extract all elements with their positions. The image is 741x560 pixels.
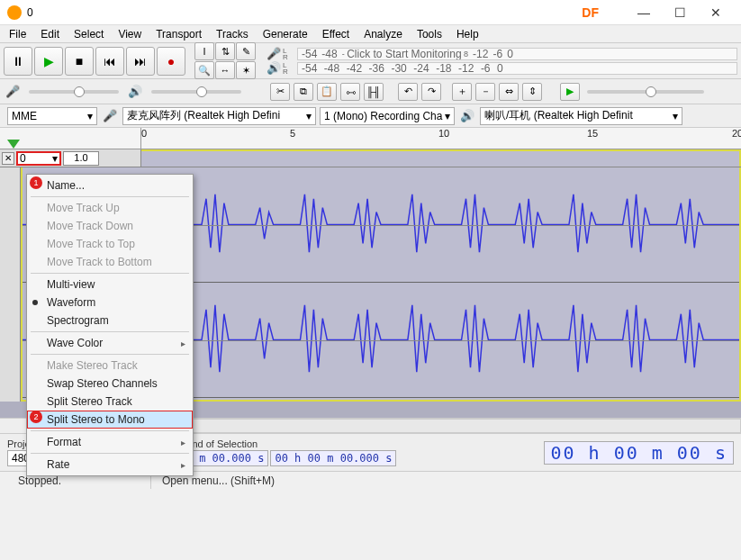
window-title: 0 — [27, 6, 582, 19]
recording-meter[interactable]: -54 -48 - Click to Start Monitoring 8 -1… — [297, 48, 737, 60]
menu-analyze[interactable]: Analyze — [358, 26, 408, 42]
zoom-tool[interactable]: 🔍 — [194, 61, 214, 79]
multi-tool[interactable]: ✶ — [236, 61, 256, 79]
spk-device-icon: 🔊 — [458, 109, 476, 122]
menu-item-label: Move Track to Bottom — [47, 256, 152, 268]
menu-item-rate[interactable]: Rate — [27, 456, 193, 474]
zoom-out-button[interactable]: － — [475, 83, 495, 101]
menu-item-split-stereo-track[interactable]: Split Stereo Track — [27, 393, 193, 411]
menu-item-move-track-to-top: Move Track to Top — [27, 235, 193, 253]
menu-item-split-stereo-to-mono[interactable]: Split Stereo to Mono — [27, 411, 193, 429]
time-ruler[interactable]: 0 5 10 15 20 — [0, 128, 741, 149]
menu-item-label: Split Stereo to Mono — [47, 413, 145, 426]
playback-volume-slider[interactable] — [151, 90, 241, 94]
skip-end-button[interactable]: ⏭ — [126, 47, 155, 76]
menu-item-move-track-to-bottom: Move Track to Bottom — [27, 253, 193, 271]
menu-help[interactable]: Help — [451, 26, 484, 42]
menu-separator — [31, 331, 189, 332]
menu-edit[interactable]: Edit — [35, 26, 65, 42]
menu-item-wave-color[interactable]: Wave Color — [27, 334, 193, 352]
transport-toolbar: ⏸ ▶ ■ ⏮ ⏭ ● I ⇅ ✎ 🔍 ↔ ✶ 🎤 LR -54 -48 - C… — [0, 43, 741, 79]
menu-item-label: Wave Color — [47, 337, 103, 349]
spk-meter-icon[interactable]: 🔊 — [265, 61, 283, 75]
audio-host-select[interactable]: MME▾ — [7, 107, 97, 125]
zoom-toggle-button[interactable]: ⇕ — [522, 83, 542, 101]
menu-item-label: Name... — [47, 179, 85, 192]
ruler-tick: 0 — [141, 128, 147, 139]
envelope-tool[interactable]: ⇅ — [215, 42, 235, 60]
menu-separator — [31, 354, 189, 355]
track-scale: 1.0 — [63, 151, 99, 166]
recording-device-select[interactable]: 麦克风阵列 (Realtek High Defini▾ — [122, 107, 316, 125]
menu-generate[interactable]: Generate — [258, 26, 313, 42]
zoom-fit-button[interactable]: ⇔ — [499, 83, 519, 101]
mixer-toolbar: 🎤 🔊 ✂ ⧉ 📋 ⧟ ╟╢ ↶ ↷ ＋ － ⇔ ⇕ ▶ — [0, 79, 741, 104]
pause-button[interactable]: ⏸ — [4, 47, 32, 76]
paste-button[interactable]: 📋 — [317, 83, 337, 101]
track-dropdown[interactable]: 0▾ — [16, 151, 61, 166]
trim-button[interactable]: ⧟ — [340, 83, 360, 101]
recording-channels-select[interactable]: 1 (Mono) Recording Cha▾ — [320, 107, 455, 125]
audio-position-display[interactable]: 00 h 00 m 00 s — [544, 441, 734, 465]
cut-button[interactable]: ✂ — [270, 83, 290, 101]
close-button[interactable]: ✕ — [698, 0, 734, 25]
menu-item-swap-stereo-channels[interactable]: Swap Stereo Channels — [27, 375, 193, 393]
maximize-button[interactable]: ☐ — [662, 0, 698, 25]
playback-device-select[interactable]: 喇叭/耳机 (Realtek High Definit▾ — [480, 107, 682, 125]
silence-button[interactable]: ╟╢ — [364, 83, 384, 101]
menu-file[interactable]: File — [4, 26, 32, 42]
playback-speed-slider[interactable] — [587, 90, 704, 94]
tools-grid: I ⇅ ✎ 🔍 ↔ ✶ — [194, 42, 256, 79]
track-context-menu: Name...Move Track UpMove Track DownMove … — [26, 174, 194, 476]
track-side-controls[interactable] — [0, 167, 21, 402]
menu-tracks[interactable]: Tracks — [211, 26, 254, 42]
menu-item-name-[interactable]: Name... — [27, 176, 193, 194]
redo-button[interactable]: ↷ — [421, 83, 441, 101]
track-close-button[interactable]: ✕ — [2, 152, 14, 165]
menu-item-multi-view[interactable]: Multi-view — [27, 275, 193, 294]
ruler-head — [0, 128, 141, 149]
draw-tool[interactable]: ✎ — [236, 42, 256, 60]
minimize-button[interactable]: — — [626, 0, 662, 25]
selection-end-field[interactable]: 00 h 00 m 00.000 s — [270, 450, 396, 466]
check-icon — [32, 300, 38, 305]
title-bar: 0 DF — ☐ ✕ — [0, 0, 741, 25]
watermark: DF — [582, 5, 599, 20]
menu-view[interactable]: View — [113, 26, 147, 42]
menu-item-label: Waveform — [47, 296, 95, 309]
selection-tool[interactable]: I — [194, 42, 214, 60]
menu-transport[interactable]: Transport — [150, 26, 207, 42]
track-control-panel[interactable]: ✕ 0▾ 1.0 — [0, 149, 141, 167]
play-meter-lr: LR — [283, 62, 294, 75]
stop-button[interactable]: ■ — [65, 47, 94, 76]
app-icon — [7, 5, 22, 20]
undo-button[interactable]: ↶ — [398, 83, 418, 101]
mic-meter-icon[interactable]: 🎤 — [265, 47, 283, 60]
menu-item-spectrogram[interactable]: Spectrogram — [27, 312, 193, 330]
ruler-tick: 10 — [438, 128, 449, 139]
play-at-speed-button[interactable]: ▶ — [560, 83, 580, 101]
record-button[interactable]: ● — [157, 47, 185, 76]
play-button[interactable]: ▶ — [34, 47, 63, 76]
spk-vol-icon: 🔊 — [126, 85, 144, 98]
copy-button[interactable]: ⧉ — [294, 83, 313, 101]
toolbar-area: ⏸ ▶ ■ ⏮ ⏭ ● I ⇅ ✎ 🔍 ↔ ✶ 🎤 LR -54 -48 - C… — [0, 43, 741, 128]
status-hint: Open menu... (Shift+M) — [151, 472, 734, 489]
rec-meter-lr: LR — [283, 48, 294, 60]
recording-volume-slider[interactable] — [29, 90, 119, 94]
playhead-marker-icon[interactable] — [7, 140, 20, 149]
skip-start-button[interactable]: ⏮ — [95, 47, 124, 76]
menu-item-format[interactable]: Format — [27, 433, 193, 451]
menu-bar: File Edit Select View Transport Tracks G… — [0, 25, 741, 43]
menu-select[interactable]: Select — [68, 26, 109, 42]
menu-item-label: Spectrogram — [47, 314, 109, 327]
menu-item-move-track-up: Move Track Up — [27, 199, 193, 217]
menu-item-label: Rate — [47, 458, 69, 471]
zoom-in-button[interactable]: ＋ — [452, 83, 472, 101]
menu-tools[interactable]: Tools — [411, 26, 447, 42]
timeshift-tool[interactable]: ↔ — [215, 61, 235, 79]
menu-item-waveform[interactable]: Waveform — [27, 294, 193, 312]
menu-separator — [31, 453, 189, 454]
playback-meter[interactable]: -54 -48 -42 -36 -30 -24 -18 -12 -6 0 — [297, 62, 737, 75]
menu-effect[interactable]: Effect — [317, 26, 355, 42]
